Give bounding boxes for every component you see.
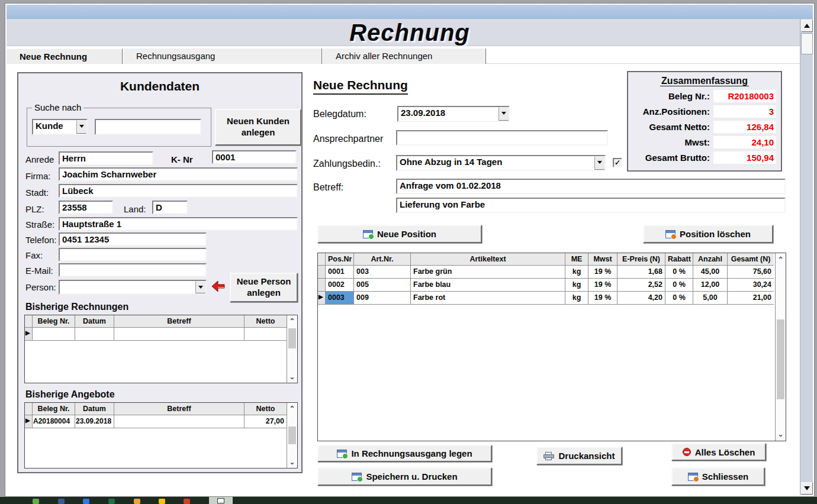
firma-label: Firma: (25, 171, 51, 181)
delete-position-button[interactable]: Position löschen (643, 225, 773, 243)
taskbar-app-icon[interactable] (108, 499, 115, 504)
mwst-value: 24,10 (713, 136, 776, 148)
table-header-row: Beleg Nr. Datum Betreff Netto (25, 403, 297, 415)
telefon-input[interactable]: 0451 12345 (59, 232, 207, 246)
betreff-label: Betreff: (313, 182, 343, 193)
taskbar-app-icon[interactable] (134, 499, 140, 504)
scrollbar-thumb[interactable] (288, 427, 296, 444)
ansprechpartner-input[interactable] (396, 130, 608, 146)
table-row[interactable]: ▶ (25, 328, 297, 341)
chevron-down-icon[interactable] (498, 107, 509, 121)
strasse-label: Straße: (25, 219, 54, 230)
anz-positionen-value: 3 (713, 105, 776, 118)
table-row[interactable]: ▶ A20180004 23.09.2018 27,00 (25, 415, 297, 428)
tab-archiv[interactable]: Archiv aller Rechnungen (323, 49, 486, 64)
scroll-down-icon[interactable]: ⌄ (776, 430, 786, 438)
table-scrollbar[interactable]: ⌃ ⌄ (287, 403, 297, 468)
chevron-down-icon[interactable] (76, 120, 86, 134)
scroll-down-button[interactable] (801, 482, 813, 495)
search-input[interactable] (95, 119, 201, 135)
row-marker-icon: ▶ (318, 292, 326, 305)
position-row-selected[interactable]: ▶ 0003 009 Farbe rot kg 19 % 4,20 0 % 5,… (318, 292, 786, 305)
position-row[interactable]: 0001 003 Farbe grün kg 19 % 1,68 0 % 45,… (318, 266, 786, 279)
search-type-select[interactable]: Kunde (32, 119, 88, 135)
firma-input[interactable]: Joachim Scharnweber (59, 167, 298, 181)
positions-table: Pos.Nr Art.Nr. Artikeltext ME Mwst E-Pre… (317, 253, 786, 441)
triangle-up-icon (804, 21, 810, 28)
tab-bar: Neue Rechnung Rechnungsausgang Archiv al… (7, 47, 800, 64)
anrede-input[interactable]: Herrn (59, 151, 153, 165)
summary-row: Beleg Nr.: R20180003 (632, 89, 776, 103)
land-label: Land: (124, 204, 146, 214)
chevron-down-icon[interactable] (594, 156, 604, 170)
scroll-up-button[interactable] (801, 20, 813, 32)
customer-panel-title: Kundendaten (18, 79, 301, 93)
table-header-row: Pos.Nr Art.Nr. Artikeltext ME Mwst E-Pre… (318, 253, 786, 266)
taskbar-app-icon[interactable] (83, 499, 89, 504)
scrollbar-thumb[interactable] (801, 33, 813, 54)
scrollbar-thumb[interactable] (288, 328, 296, 348)
new-position-button[interactable]: Neue Position (317, 225, 482, 243)
tab-rechnungsausgang[interactable]: Rechnungsausgang (123, 49, 322, 64)
belegdatum-select[interactable]: 23.09.2018 (397, 106, 510, 122)
stadt-input[interactable]: Lübeck (59, 184, 298, 198)
offers-history-title: Bisherige Angebote (25, 389, 115, 400)
taskbar-active-app[interactable] (209, 497, 233, 504)
app-banner: Rechnung (7, 19, 813, 46)
email-input[interactable] (59, 263, 207, 277)
gesamt-brutto-value: 150,94 (713, 151, 776, 164)
form-add-icon (363, 230, 373, 238)
taskbar-app-icon[interactable] (184, 499, 190, 504)
strasse-input[interactable]: Hauptstraße 1 (59, 217, 298, 231)
zahlungsbedin-select[interactable]: Ohne Abzug in 14 Tagen (396, 155, 606, 171)
land-input[interactable]: D (152, 201, 188, 214)
plz-input[interactable]: 23558 (59, 201, 113, 214)
invoice-section-title: Neue Rechnung (313, 78, 408, 95)
table-scrollbar[interactable]: ⌃ ⌄ (775, 253, 786, 441)
taskbar-app-icon[interactable] (58, 499, 65, 504)
table-header-row: Beleg Nr. Datum Betreff Netto (25, 315, 297, 328)
print-preview-button[interactable]: Druckansicht (536, 447, 622, 465)
scroll-up-icon[interactable]: ⌃ (287, 405, 297, 413)
betreff-input-1[interactable]: Anfrage vom 01.02.2018 (396, 179, 786, 194)
to-outbox-button[interactable]: In Rechnungsausgang legen (317, 445, 492, 462)
new-person-button[interactable]: Neue Person anlegen (230, 273, 298, 302)
scroll-down-icon[interactable]: ⌄ (287, 458, 297, 466)
form-close-icon (688, 473, 698, 481)
taskbar[interactable] (0, 497, 817, 504)
delete-all-button[interactable]: Alles Löschen (671, 443, 766, 461)
stadt-label: Stadt: (25, 188, 49, 198)
window-titlebar (7, 5, 813, 19)
invoices-history-table: Beleg Nr. Datum Betreff Netto ▶ ⌃ ⌄ (24, 315, 298, 383)
table-scrollbar[interactable]: ⌃ ⌄ (287, 315, 297, 383)
knr-input[interactable]: 0001 (212, 150, 297, 164)
row-marker-icon: ▶ (25, 415, 33, 428)
offers-history-table: Beleg Nr. Datum Betreff Netto ▶ A2018000… (24, 402, 298, 469)
app-title: Rechnung (7, 19, 813, 46)
save-print-button[interactable]: Speichern u. Drucken (317, 467, 492, 486)
scroll-up-icon[interactable]: ⌃ (776, 256, 786, 264)
scroll-up-icon[interactable]: ⌃ (287, 317, 297, 325)
betreff-input-2[interactable]: Lieferung von Farbe (396, 198, 786, 213)
window-scrollbar[interactable] (800, 19, 813, 495)
taskbar-app-icon[interactable] (33, 499, 39, 504)
close-button[interactable]: Schliessen (671, 467, 765, 486)
fax-input[interactable] (59, 248, 207, 261)
person-select[interactable] (59, 280, 207, 295)
gesamt-netto-value: 126,84 (713, 121, 776, 133)
taskbar-app-icon[interactable] (159, 499, 165, 504)
zahlungsbedin-checkbox[interactable]: ✓ (613, 158, 622, 167)
tab-neue-rechnung[interactable]: Neue Rechnung (7, 49, 123, 64)
ansprechpartner-label: Ansprechpartner (313, 134, 383, 144)
email-label: E-Mail: (25, 266, 53, 276)
scrollbar-thumb[interactable] (777, 319, 784, 399)
scroll-down-icon[interactable]: ⌄ (287, 373, 297, 381)
app-window: Rechnung Neue Rechnung Rechnungsausgang … (5, 3, 815, 497)
window-icon (217, 498, 224, 503)
invoices-history-title: Bisherige Rechnungen (25, 302, 128, 312)
chevron-down-icon[interactable] (195, 281, 205, 293)
person-arrow-icon (211, 280, 226, 292)
fax-label: Fax: (25, 250, 43, 260)
new-customer-button[interactable]: Neuen Kunden anlegen (215, 109, 301, 146)
position-row[interactable]: 0002 005 Farbe blau kg 19 % 2,52 0 % 12,… (318, 279, 786, 292)
